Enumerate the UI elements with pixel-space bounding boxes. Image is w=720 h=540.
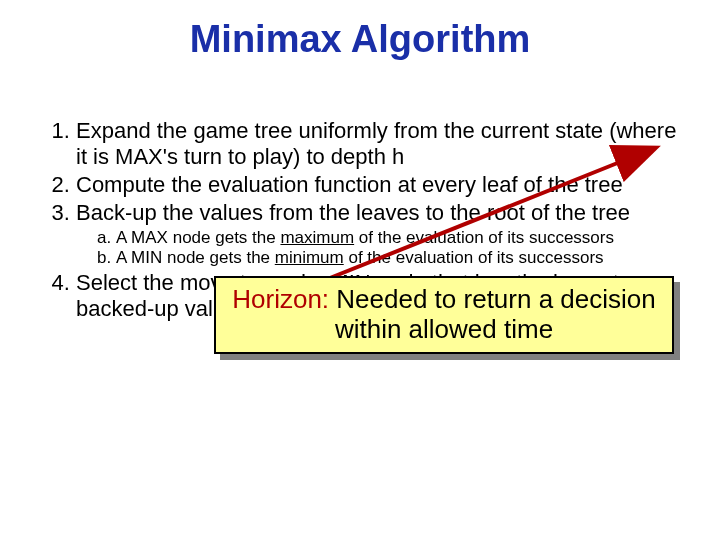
slide-title: Minimax Algorithm [0, 18, 720, 61]
callout-text: Horizon: Needed to return a decision wit… [222, 285, 666, 345]
sub-list: A MAX node gets the maximum of the evalu… [76, 228, 680, 268]
callout-highlight: Horizon: [232, 284, 329, 314]
item-3: Back-up the values from the leaves to th… [76, 200, 680, 268]
item-3-text: Back-up the values from the leaves to th… [76, 200, 630, 225]
slide: Minimax Algorithm Expand the game tree u… [0, 0, 720, 540]
item-3a-post: of the evaluation of its successors [354, 228, 614, 247]
callout-rest: Needed to return a decision within allow… [329, 284, 656, 344]
item-2: Compute the evaluation function at every… [76, 172, 680, 198]
item-3a-u: maximum [280, 228, 354, 247]
item-3b-pre: A MIN node gets the [116, 248, 275, 267]
item-1: Expand the game tree uniformly from the … [76, 118, 680, 170]
item-3a: A MAX node gets the maximum of the evalu… [116, 228, 680, 248]
callout: Horizon: Needed to return a decision wit… [214, 276, 674, 354]
item-3b: A MIN node gets the minimum of the evalu… [116, 248, 680, 268]
item-3b-post: of the evaluation of its successors [344, 248, 604, 267]
callout-box: Horizon: Needed to return a decision wit… [214, 276, 674, 354]
item-3b-u: minimum [275, 248, 344, 267]
item-3a-pre: A MAX node gets the [116, 228, 280, 247]
